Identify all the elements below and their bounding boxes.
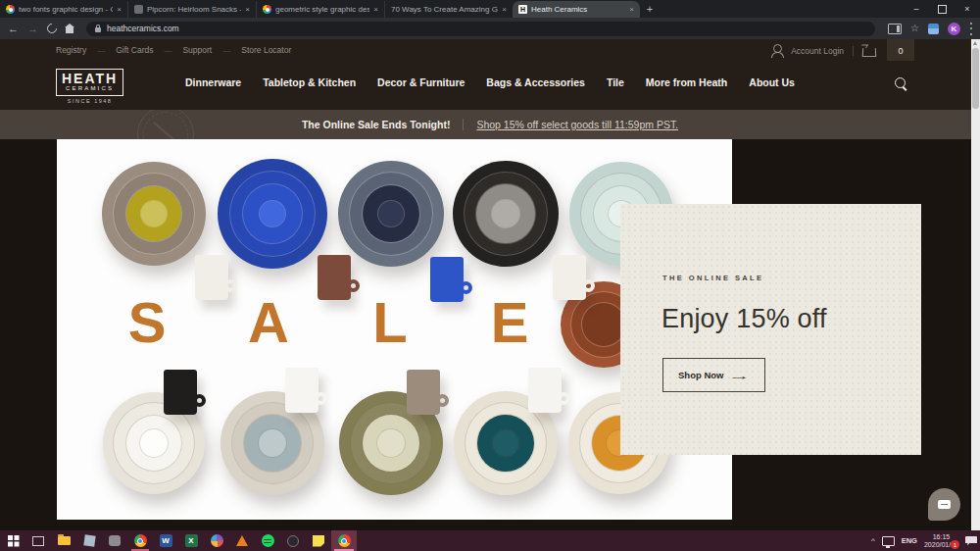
taskbar-icon-photos[interactable]: [76, 530, 102, 551]
new-tab-button[interactable]: +: [640, 1, 660, 18]
sticky-notes-icon: [313, 535, 324, 547]
reading-list-icon[interactable]: [888, 24, 902, 34]
taskbar-icon-chrome-active[interactable]: [331, 530, 357, 551]
tab-title: geometric style graphic design: [275, 5, 369, 14]
taskbar-icon-word[interactable]: W: [153, 530, 178, 551]
taskbar-icon-spotify[interactable]: [255, 530, 280, 551]
site-header: HEATH CERAMICS SINCE 1948 DinnerwareTabl…: [0, 61, 980, 110]
url-text[interactable]: heathceramics.com: [107, 24, 179, 33]
cart-count-badge[interactable]: 0: [887, 39, 914, 63]
page-viewport: Registry—Gift Cards—Support—Store Locato…: [0, 39, 980, 530]
browser-tab[interactable]: two fonts graphic design - Goog×: [0, 1, 127, 18]
utility-link-support[interactable]: Support: [182, 45, 212, 55]
bookmark-star-icon[interactable]: ☆: [910, 24, 919, 33]
shop-now-button[interactable]: Shop Now →: [662, 358, 765, 392]
mug-handle: [558, 392, 570, 405]
nav-item-dinnerware[interactable]: Dinnerware: [185, 76, 241, 88]
address-bar[interactable]: heathceramics.com: [86, 22, 875, 36]
minimize-button[interactable]: –: [904, 0, 929, 18]
utility-link-gift-cards[interactable]: Gift Cards: [116, 45, 153, 55]
nav-item-more-from-heath[interactable]: More from Heath: [646, 76, 727, 88]
banner-shop-link[interactable]: Shop 15% off select goods till 11:59pm P…: [476, 119, 678, 130]
spotify-icon: [262, 534, 274, 547]
nav-item-tile[interactable]: Tile: [607, 76, 624, 88]
tab-title: 70 Ways To Create Amazing Goo: [391, 5, 498, 14]
nav-item-bags-accessories[interactable]: Bags & Accessories: [486, 76, 585, 88]
tab-strip: two fonts graphic design - Goog×Pipcorn:…: [0, 0, 640, 18]
nav-item-tabletop-kitchen[interactable]: Tabletop & Kitchen: [263, 76, 356, 88]
profile-avatar[interactable]: K: [948, 23, 960, 35]
taskbar-icon-excel[interactable]: X: [178, 530, 204, 551]
utility-link-store-locator[interactable]: Store Locator: [241, 45, 291, 55]
mug: [318, 255, 351, 300]
account-login-link[interactable]: Account Login: [791, 46, 844, 56]
mug: [553, 255, 586, 300]
sale-banner-content: The Online Sale Ends Tonight! Shop 15% o…: [0, 110, 980, 139]
display-icon[interactable]: [882, 536, 895, 546]
taskbar-icon-vlc[interactable]: [229, 530, 255, 551]
taskbar-icons: WX: [0, 530, 357, 551]
bowl-layer: [259, 429, 286, 457]
tab-close-icon[interactable]: ×: [502, 5, 507, 14]
chat-widget-button[interactable]: [928, 488, 960, 521]
browser-tab[interactable]: 70 Ways To Create Amazing Goo×: [384, 1, 513, 18]
main-nav: DinnerwareTabletop & KitchenDecor & Furn…: [0, 76, 980, 88]
extension-icon[interactable]: [928, 24, 939, 34]
bowl-layer: [377, 429, 405, 457]
taskbar-icon-chrome[interactable]: [127, 530, 153, 551]
tab-title: two fonts graphic design - Goog: [19, 5, 113, 14]
arrow-right-icon: →: [728, 370, 751, 381]
mug-handle: [347, 279, 360, 292]
taskbar-icon-task-view[interactable]: [25, 530, 51, 551]
tab-close-icon[interactable]: ×: [245, 5, 250, 14]
bowl-layer: [141, 201, 167, 226]
bowl-layer: [140, 429, 168, 457]
tray-chevron-icon[interactable]: ^: [871, 537, 875, 544]
sale-letter: L: [372, 294, 407, 351]
lock-icon: [95, 27, 101, 32]
taskbar-icon-sticky-notes[interactable]: [306, 530, 331, 551]
taskbar-icon-paint-3d[interactable]: [204, 530, 229, 551]
scrollbar-thumb[interactable]: [972, 48, 979, 109]
browser-tab[interactable]: HHeath Ceramics×: [513, 1, 640, 18]
separator: —: [164, 46, 172, 55]
notification-center-icon[interactable]: [965, 536, 977, 546]
tab-close-icon[interactable]: ×: [117, 5, 122, 14]
tab-close-icon[interactable]: ×: [629, 5, 634, 14]
browser-toolbar: ← → heathceramics.com ☆ K: [0, 18, 980, 39]
reload-button[interactable]: [45, 22, 59, 35]
mug-handle: [582, 279, 595, 292]
browser-tab[interactable]: Pipcorn: Heirloom Snacks - Pipc×: [127, 1, 256, 18]
bowl-layer: [582, 303, 625, 346]
browser-tab[interactable]: geometric style graphic design×: [256, 1, 384, 18]
utility-nav-right: Account Login 0: [773, 39, 914, 63]
back-button[interactable]: ←: [8, 24, 19, 34]
generic-favicon-icon: [134, 5, 143, 14]
home-button[interactable]: [66, 27, 74, 33]
restore-button[interactable]: [929, 0, 955, 18]
file-explorer-icon: [58, 536, 71, 545]
menu-kebab-icon[interactable]: [969, 22, 972, 36]
nav-item-decor-furniture[interactable]: Decor & Furniture: [377, 76, 465, 88]
taskbar-icon-messaging[interactable]: [102, 530, 127, 551]
utility-link-registry[interactable]: Registry: [56, 45, 86, 55]
cart-icon[interactable]: [862, 48, 876, 57]
taskbar-icon-file-explorer[interactable]: [51, 530, 76, 551]
nav-item-about-us[interactable]: About Us: [749, 76, 795, 88]
sale-letter: S: [128, 294, 167, 351]
tab-close-icon[interactable]: ×: [373, 5, 378, 14]
chrome-active-icon: [338, 534, 351, 547]
taskbar-icon-start[interactable]: [0, 530, 25, 551]
language-indicator[interactable]: ENG: [902, 536, 917, 545]
forward-button[interactable]: →: [27, 24, 38, 34]
search-icon[interactable]: [895, 77, 906, 88]
bowl-layer: [378, 201, 404, 226]
windows-taskbar: WX ^ ENG 16:15 2020/01/16 1: [0, 530, 980, 551]
close-button[interactable]: ×: [955, 0, 980, 18]
plate-stack: [453, 161, 559, 267]
scrollbar[interactable]: [971, 39, 980, 530]
tab-title: Pipcorn: Heirloom Snacks - Pipc: [147, 5, 241, 14]
taskbar-icon-media-player[interactable]: [280, 530, 306, 551]
scroll-up-arrow[interactable]: [973, 41, 977, 45]
mug-handle: [436, 394, 449, 407]
